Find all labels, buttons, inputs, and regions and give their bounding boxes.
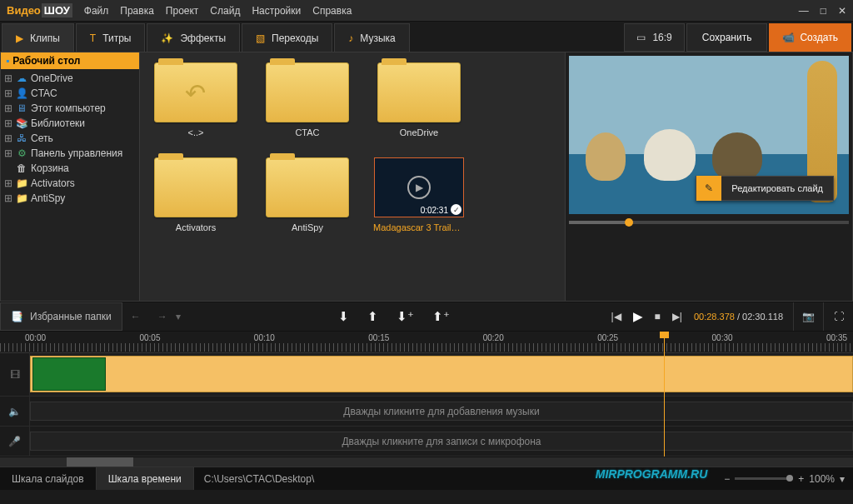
clip-thumbnail — [32, 357, 106, 391]
play-icon: ▶ — [16, 32, 23, 44]
tree-item-2[interactable]: ⊞🖥Этот компьютер — [1, 101, 139, 116]
record-mic-hint[interactable]: Дважды кликните для записи с микрофона — [30, 432, 853, 451]
transition-icon: ▧ — [256, 32, 265, 44]
chevron-down-icon[interactable]: ▾ — [840, 473, 845, 485]
next-button[interactable]: ▶| — [672, 311, 682, 322]
wand-icon: ✨ — [161, 32, 173, 44]
preview-panel: ✎ Редактировать слайд — [566, 52, 853, 302]
minimize-button[interactable]: — — [799, 5, 809, 17]
tab-clips[interactable]: ▶ Клипы — [2, 23, 74, 52]
menu-file[interactable]: Файл — [84, 5, 109, 17]
timeline-scrollbar[interactable] — [0, 457, 853, 467]
tree-item-7[interactable]: ⊞📁Activators — [1, 176, 139, 191]
ruler-mark: 00:20 — [483, 333, 504, 342]
status-bar: Шкала слайдов Шкала времени C:\Users\CTA… — [0, 467, 853, 490]
mid-toolbar: 📑 Избранные папки ← → ▾ ⬇ ⬆ ⬇⁺ ⬆⁺ |◀ ▶ ■… — [0, 302, 853, 332]
aspect-ratio-button[interactable]: ▭ 16:9 — [624, 23, 684, 52]
tab-slides-scale[interactable]: Шкала слайдов — [0, 467, 97, 490]
tree-header[interactable]: ▪ Рабочий стол — [1, 52, 139, 69]
back-button[interactable]: ← — [122, 302, 149, 331]
edit-slide-button[interactable]: ✎ Редактировать слайд — [696, 176, 834, 201]
tree-item-0[interactable]: ⊞☁OneDrive — [1, 71, 139, 86]
preview-seek-bar[interactable] — [569, 221, 849, 224]
mic-icon: 🎤 — [0, 427, 30, 456]
snapshot-button[interactable]: 📷 — [793, 302, 823, 331]
music-track: 🔈 Дважды кликните для добавления музыки — [0, 397, 853, 427]
screen-icon: ▭ — [636, 32, 646, 43]
timeline-clip[interactable] — [30, 356, 853, 392]
menu-slide[interactable]: Слайд — [210, 5, 240, 17]
forward-button[interactable]: → — [149, 302, 176, 331]
folder-up[interactable]: <..> — [150, 62, 242, 137]
camera-icon: 📹 — [782, 32, 795, 43]
ruler-mark: 00:15 — [368, 333, 389, 342]
download-all-icon[interactable]: ⬇⁺ — [397, 309, 414, 324]
folder-tree: ▪ Рабочий стол ⊞☁OneDrive⊞👤CTAC⊞🖥Этот ко… — [0, 52, 140, 302]
tab-music[interactable]: ♪ Музыка — [334, 23, 409, 52]
music-icon: ♪ — [348, 32, 353, 44]
maximize-button[interactable]: □ — [821, 5, 826, 17]
watermark: MIRPROGRAMM.RU — [587, 467, 716, 490]
file-browser: <..>CTACOneDriveActivatorsAntiSpy▶0:02:3… — [140, 52, 566, 302]
tab-titles[interactable]: T Титры — [76, 23, 146, 52]
timecode: 00:28.378 / 02:30.118 — [694, 312, 783, 322]
tree-item-6[interactable]: 🗑Корзина — [1, 161, 139, 176]
menu-edit[interactable]: Правка — [120, 5, 154, 17]
stop-button[interactable]: ■ — [655, 311, 661, 322]
folder-item[interactable]: Activators — [150, 157, 242, 232]
zoom-control[interactable]: −+ 100% ▾ — [716, 467, 853, 490]
ruler-mark: 00:05 — [139, 333, 160, 342]
current-path: C:\Users\CTAC\Desktop\ — [194, 467, 587, 490]
tree-item-1[interactable]: ⊞👤CTAC — [1, 86, 139, 101]
ruler-mark: 00:00 — [25, 333, 46, 342]
mic-track: 🎤 Дважды кликните для записи с микрофона — [0, 427, 853, 457]
menu-project[interactable]: Проект — [166, 5, 199, 17]
video-track: 🎞 — [0, 353, 853, 397]
text-icon: T — [90, 32, 96, 44]
menu-settings[interactable]: Настройки — [252, 5, 301, 17]
tree-item-3[interactable]: ⊞📚Библиотеки — [1, 116, 139, 131]
folder-item[interactable]: AntiSpy — [262, 157, 353, 232]
window-controls: — □ ✕ — [799, 5, 846, 17]
transport-controls: |◀ ▶ ■ ▶| 00:28.378 / 02:30.118 — [601, 302, 793, 331]
playhead[interactable] — [664, 332, 665, 467]
close-button[interactable]: ✕ — [838, 5, 846, 17]
upload-all-icon[interactable]: ⬆⁺ — [432, 309, 450, 324]
tab-transitions[interactable]: ▧ Переходы — [242, 23, 332, 52]
fullscreen-button[interactable]: ⛶ — [823, 302, 853, 331]
tab-time-scale[interactable]: Шкала времени — [97, 467, 194, 490]
video-track-icon: 🎞 — [0, 353, 30, 396]
history-dropdown[interactable]: ▾ — [176, 302, 187, 331]
speaker-icon: 🔈 — [0, 397, 30, 426]
video-item[interactable]: ▶0:02:31✓Madagascar 3 Trailer - ... — [373, 157, 465, 232]
ruler-mark: 00:30 — [712, 333, 733, 342]
video-track-body[interactable] — [30, 353, 853, 396]
play-button[interactable]: ▶ — [633, 309, 643, 324]
ruler-mark: 00:25 — [597, 333, 618, 342]
save-button[interactable]: Сохранить — [686, 23, 768, 52]
menu-help[interactable]: Справка — [312, 5, 352, 17]
menu-bar: ВидеоШОУ Файл Правка Проект Слайд Настро… — [0, 0, 853, 22]
mode-tabs: ▶ Клипы T Титры ✨ Эффекты ▧ Переходы ♪ М… — [0, 22, 853, 52]
tree-item-4[interactable]: ⊞🖧Сеть — [1, 131, 139, 146]
tab-effects[interactable]: ✨ Эффекты — [147, 23, 240, 52]
time-ruler[interactable]: 00:0000:0500:1000:1500:2000:2500:3000:35 — [0, 332, 853, 353]
ruler-mark: 00:35 — [826, 333, 847, 342]
pencil-icon: ✎ — [696, 176, 721, 201]
timeline: 00:0000:0500:1000:1500:2000:2500:3000:35… — [0, 332, 853, 467]
ruler-mark: 00:10 — [254, 333, 275, 342]
upload-icon[interactable]: ⬆ — [367, 309, 378, 324]
main-area: ▪ Рабочий стол ⊞☁OneDrive⊞👤CTAC⊞🖥Этот ко… — [0, 52, 853, 302]
tree-item-5[interactable]: ⊞⚙Панель управления — [1, 146, 139, 161]
folder-item[interactable]: OneDrive — [373, 62, 465, 137]
tree-item-8[interactable]: ⊞📁AntiSpy — [1, 191, 139, 206]
star-icon: 📑 — [11, 311, 23, 322]
folder-item[interactable]: CTAC — [262, 62, 353, 137]
prev-button[interactable]: |◀ — [611, 311, 621, 322]
desktop-icon: ▪ — [6, 55, 9, 67]
add-music-hint[interactable]: Дважды кликните для добавления музыки — [30, 402, 853, 421]
preview-video[interactable]: ✎ Редактировать слайд — [569, 56, 849, 214]
favorites-button[interactable]: 📑 Избранные папки — [0, 302, 122, 331]
create-button[interactable]: 📹 Создать — [769, 23, 851, 52]
download-icon[interactable]: ⬇ — [338, 309, 349, 324]
